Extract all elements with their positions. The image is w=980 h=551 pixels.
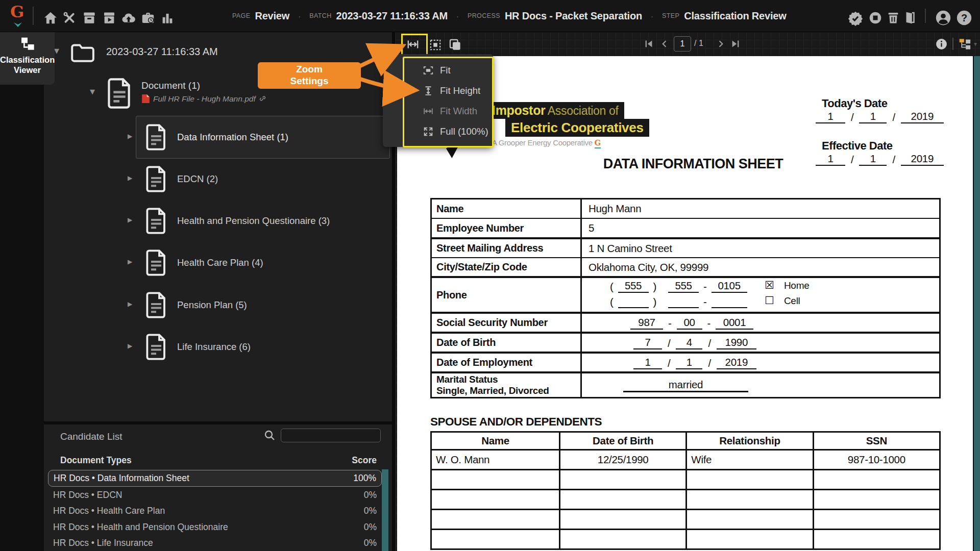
doe-month: 1 xyxy=(633,356,662,369)
date-separator: / xyxy=(851,111,853,123)
fit-width-toolbar-icon[interactable] xyxy=(405,38,421,51)
candidate-row[interactable]: HR Docs • Life Insurance 0% xyxy=(48,536,382,550)
expand-arrow-icon[interactable]: ▶ xyxy=(128,300,132,308)
candidate-row[interactable]: HR Docs • EDCN 0% xyxy=(48,488,382,502)
document-icon[interactable] xyxy=(144,205,168,237)
last-page-icon[interactable] xyxy=(730,38,741,49)
scrollbar[interactable] xyxy=(382,469,388,551)
document-icon[interactable] xyxy=(144,289,168,321)
field-label-street: Street Mailing Address xyxy=(432,239,582,257)
collapse-arrow-icon[interactable]: ▼ xyxy=(90,88,95,95)
expand-arrow-icon[interactable]: ▶ xyxy=(128,342,132,349)
candidate-row[interactable]: HR Docs • Health Care Plan 0% xyxy=(48,504,382,518)
approve-badge-icon[interactable] xyxy=(847,10,864,27)
menu-item-label: Full (100%) xyxy=(440,126,488,137)
delete-trash-icon[interactable] xyxy=(886,10,900,26)
info-icon[interactable] xyxy=(935,38,948,51)
archive-box-icon[interactable] xyxy=(82,10,97,26)
column-header-score[interactable]: Score xyxy=(330,455,377,466)
menu-item-fit[interactable]: Fit xyxy=(383,60,493,81)
expand-arrow-icon[interactable]: ▶ xyxy=(128,174,132,182)
breadcrumb-separator: · xyxy=(651,12,653,20)
dash: - xyxy=(703,281,707,293)
menu-item-full-100[interactable]: Full (100%) xyxy=(383,121,493,142)
org-name-line1: Impostor Association of xyxy=(486,102,624,119)
zoom-settings-callout: Zoom Settings xyxy=(258,62,361,89)
effective-date-day: 1 xyxy=(859,153,887,166)
document-icon[interactable] xyxy=(105,76,134,111)
document-node-label[interactable]: Document (1) xyxy=(141,80,200,91)
briefcase-clock-icon[interactable] xyxy=(140,10,156,26)
batch-tree-panel: ▼ 2023-03-27 11:16:33 AM ▼ Document (1) … xyxy=(44,32,392,421)
cell-empty xyxy=(431,530,560,549)
first-page-icon[interactable] xyxy=(643,38,654,49)
cell-empty xyxy=(431,510,560,530)
tree-node-health-pension-questionaire[interactable]: Health and Pension Questionaire (3) xyxy=(177,215,330,227)
marital-value: married xyxy=(623,379,748,392)
grooper-logo[interactable]: G xyxy=(10,2,24,21)
field-label-doe: Date of Employment xyxy=(432,354,582,371)
candidate-row-selected[interactable]: HR Docs • Data Information Sheet 100% xyxy=(48,470,382,487)
candidate-score: 0% xyxy=(364,506,377,516)
document-icon[interactable] xyxy=(144,331,168,363)
exit-door-icon[interactable] xyxy=(902,10,918,26)
cell-empty xyxy=(687,470,813,490)
tab-classification-viewer[interactable]: Classification Viewer xyxy=(0,32,55,85)
candidate-row[interactable]: HR Docs • Health and Pension Questionair… xyxy=(48,520,382,534)
user-account-icon[interactable] xyxy=(935,9,952,27)
dash: - xyxy=(707,317,711,330)
column-header-document-types[interactable]: Document Types xyxy=(60,455,132,466)
spouse-dependents-table: Name Date of Birth Relationship SSN W. O… xyxy=(430,431,941,550)
help-icon[interactable]: ? xyxy=(955,9,973,27)
tree-node-edcn[interactable]: EDCN (2) xyxy=(177,173,218,185)
classification-tree-menu-icon[interactable]: ▼ xyxy=(958,37,973,51)
table-header-row: Name Date of Birth Relationship SSN xyxy=(431,432,940,450)
home-icon[interactable] xyxy=(43,10,58,26)
menu-item-fit-width[interactable]: Fit Width xyxy=(383,101,493,121)
prev-page-icon[interactable] xyxy=(659,38,670,49)
menu-item-label: Fit xyxy=(440,65,451,76)
cell-ssn: 987-10-1000 xyxy=(813,450,940,470)
document-icon[interactable] xyxy=(144,163,168,195)
stats-chart-icon[interactable] xyxy=(160,10,175,26)
tree-node-health-care-plan[interactable]: Health Care Plan (4) xyxy=(177,257,263,268)
tools-icon[interactable] xyxy=(62,10,77,26)
field-value-ssn: 987 - 00 - 0001 xyxy=(582,314,939,332)
table-row xyxy=(431,510,940,530)
candidate-search-input[interactable] xyxy=(281,429,381,442)
copy-pages-icon[interactable] xyxy=(448,38,462,52)
effective-date-value: 1 / 1 / 2019 xyxy=(816,153,944,166)
document-icon[interactable] xyxy=(144,247,168,279)
tab-label: Classification Viewer xyxy=(0,55,55,75)
stop-icon[interactable] xyxy=(868,10,883,26)
expand-arrow-icon[interactable]: ▶ xyxy=(128,133,132,140)
menu-item-label: Fit Width xyxy=(440,106,477,117)
document-file-row[interactable]: Full HR File - Hugh Mann.pdf xyxy=(141,94,267,104)
document-icon[interactable] xyxy=(144,121,168,153)
batch-root-label[interactable]: 2023-03-27 11:16:33 AM xyxy=(106,46,218,58)
next-page-icon[interactable] xyxy=(716,38,726,49)
dob-year: 1990 xyxy=(717,336,756,349)
tree-node-data-information-sheet[interactable]: Data Information Sheet (1) xyxy=(177,132,288,143)
expand-arrow-icon[interactable]: ▶ xyxy=(128,258,132,265)
cloud-upload-icon[interactable] xyxy=(120,10,137,26)
tree-node-pension-plan[interactable]: Pension Plan (5) xyxy=(177,299,247,311)
marquee-zoom-icon[interactable] xyxy=(429,38,442,52)
fit-height-icon xyxy=(423,85,434,96)
scrollbar[interactable] xyxy=(973,56,980,551)
batch-play-icon[interactable] xyxy=(102,10,117,26)
page-number-input[interactable]: 1 xyxy=(674,36,691,52)
table-row xyxy=(431,470,940,490)
cell-empty xyxy=(813,490,940,510)
menu-item-fit-height[interactable]: Fit Height xyxy=(383,81,493,101)
chevron-down-icon: ▼ xyxy=(973,41,978,47)
folder-icon[interactable] xyxy=(67,40,97,65)
fit-width-icon xyxy=(423,106,434,117)
col-relationship: Relationship xyxy=(687,432,813,450)
expand-arrow-icon[interactable]: ▶ xyxy=(128,216,132,223)
cell-empty xyxy=(813,470,940,490)
candidate-list-title: Candidate List xyxy=(60,431,122,442)
field-label-name: Name xyxy=(432,199,582,218)
tree-node-life-insurance[interactable]: Life Insurance (6) xyxy=(177,341,251,353)
collapse-arrow-icon[interactable]: ▼ xyxy=(54,47,59,55)
